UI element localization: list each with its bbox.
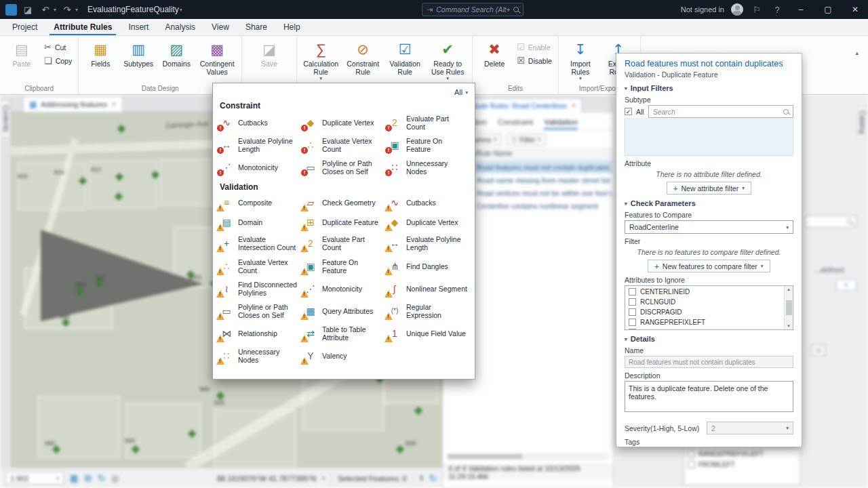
gallery-item-evaluate-part-count[interactable]: 2 Evaluate Part Count (388, 115, 468, 131)
redo-icon[interactable]: ↷ (60, 3, 74, 16)
save-project-icon[interactable]: ◪ (21, 3, 35, 16)
tab-constraint[interactable]: Constraint (498, 118, 533, 129)
field-checkbox[interactable] (629, 298, 636, 306)
gallery-item-cutbacks[interactable]: ∿ Cutbacks (220, 115, 300, 131)
selected-features-count[interactable]: Selected Features: 0 (338, 474, 407, 483)
gallery-item-check-geometry[interactable]: ▱ Check Geometry (304, 196, 384, 209)
tab-insert[interactable]: Insert (120, 19, 157, 35)
subtype-list-area[interactable] (625, 118, 793, 156)
scroll-up-icon[interactable]: ▴ (787, 287, 790, 292)
maximize-button[interactable]: ▢ (818, 0, 838, 19)
gallery-item-monotonicity[interactable]: ⋰ Monotonicity (220, 159, 300, 176)
disable-button[interactable]: ☒ Disable (514, 55, 555, 66)
project-name-menu[interactable]: EvaluatingFeatureQuality ▾ (87, 5, 182, 14)
gallery-item-evaluate-part-count-validation[interactable]: 2 Evaluate Part Count (304, 235, 384, 251)
redo-chevron-icon[interactable]: ▾ (75, 7, 78, 13)
gallery-item-evaluate-polyline-length[interactable]: ↔ Evaluate Polyline Length (220, 137, 300, 153)
collapse-ribbon-icon[interactable]: ▴ (855, 49, 859, 56)
gallery-item-nonlinear-segment[interactable]: ∫ Nonlinear Segment (388, 281, 468, 297)
delete-rule-button[interactable]: ✖ Delete (476, 37, 513, 68)
new-attribute-filter-button[interactable]: + New attribute filter ▾ (667, 182, 751, 195)
close-button[interactable]: ✕ (845, 0, 865, 19)
gallery-item-feature-on-feature-validation[interactable]: ▣ Feature On Feature (304, 258, 384, 274)
ignore-field-row[interactable]: CENTERLINEID (625, 287, 784, 297)
horizontal-scrollbar[interactable] (447, 453, 608, 460)
subtype-search-input[interactable] (653, 108, 780, 116)
undo-chevron-icon[interactable]: ▾ (54, 7, 56, 13)
gallery-item-duplicate-feature[interactable]: ⊞ Duplicate Feature (304, 216, 384, 229)
gallery-item-duplicate-vertex[interactable]: ◆ Duplicate Vertex (304, 115, 384, 131)
gallery-item-polyline-closes-on-self-validation[interactable]: ▭ Polyline or Path Closes on Self (220, 303, 300, 319)
new-features-filter-button[interactable]: + New features to compare filter ▾ (648, 260, 770, 272)
section-input-filters[interactable]: ▾ Input Filters (625, 84, 793, 92)
refresh-map-icon[interactable]: ↻ (429, 473, 437, 483)
gallery-item-unnecessary-nodes[interactable]: ∷ Unnecessary Nodes (388, 159, 468, 176)
grid-tool-icon[interactable]: ⊞ (84, 473, 92, 483)
background-search-box[interactable] (805, 216, 856, 228)
scroll-down-icon[interactable]: ▾ (787, 323, 790, 329)
minimize-button[interactable]: – (791, 0, 811, 19)
features-to-compare-select[interactable]: RoadCenterline ▾ (625, 220, 793, 234)
gallery-item-evaluate-polyline-length-validation[interactable]: ↔ Evaluate Polyline Length (388, 235, 468, 251)
gallery-item-composite[interactable]: ≡ Composite (220, 196, 300, 209)
undo-icon[interactable]: ↶ (39, 3, 52, 16)
gallery-item-find-dangles[interactable]: ⋔ Find Dangles (388, 258, 468, 274)
gallery-item-relationship[interactable]: ⋈ Relationship (220, 325, 300, 342)
validation-rule-button[interactable]: ☑ Validation Rule (384, 37, 425, 76)
command-search[interactable]: ⇥ (422, 3, 524, 16)
tab-help[interactable]: Help (275, 19, 309, 35)
enable-button[interactable]: ☑ Enable (514, 41, 555, 53)
map-view-tab[interactable]: ▦ Addressing features ✕ (23, 96, 123, 112)
ignore-field-row[interactable]: DISCRPAGID (625, 307, 784, 317)
constraint-rule-button[interactable]: ⊘ Constraint Rule (342, 37, 383, 76)
catalog-pane-tab[interactable]: Catalog (857, 106, 867, 138)
background-dropdown[interactable]: ▾ (836, 279, 856, 291)
close-icon[interactable]: ✕ (571, 102, 576, 109)
gallery-item-query-attributes[interactable]: ▦ Query Attributes (304, 303, 384, 319)
subtypes-button[interactable]: ▥ Subtypes (120, 37, 157, 68)
gallery-item-valency[interactable]: Y Valency (304, 348, 384, 364)
section-details[interactable]: ▾ Details (625, 335, 793, 343)
chevron-down-icon[interactable]: ▾ (322, 475, 325, 481)
gallery-item-polyline-closes-on-self[interactable]: ▭ Polyline or Path Closes on Self (304, 159, 384, 176)
command-search-input[interactable] (436, 5, 510, 14)
gallery-filter-dropdown[interactable]: All ▾ (220, 87, 468, 98)
field-checkbox[interactable] (629, 319, 636, 326)
gallery-item-regular-expression[interactable]: (*) Regular Expression (388, 303, 468, 319)
gallery-item-cutbacks-validation[interactable]: ∿ Cutbacks (388, 196, 468, 209)
tab-analysis[interactable]: Analysis (157, 19, 203, 35)
column-rule-name[interactable]: Rule Name (477, 149, 613, 161)
domains-button[interactable]: ▨ Domains (158, 37, 195, 68)
save-rules-button[interactable]: ◪ Save (251, 37, 288, 68)
gallery-item-domain[interactable]: ▤ Domain (220, 216, 300, 229)
map-scale-select[interactable]: 1:902 ▾ (5, 472, 64, 485)
gallery-item-evaluate-vertex-count-validation[interactable]: ∴ Evaluate Vertex Count (220, 258, 300, 274)
sign-in-status[interactable]: Not signed in (681, 5, 724, 14)
gallery-item-table-to-table-attribute[interactable]: ⇄ Table to Table Attribute (304, 325, 384, 342)
field-checkbox[interactable] (688, 450, 695, 458)
subtype-search[interactable] (648, 105, 793, 118)
gallery-item-evaluate-intersection-count[interactable]: + Evaluate Intersection Count (220, 235, 300, 251)
calculation-rule-button[interactable]: ∑ Calculation Rule ▾ (300, 37, 341, 82)
background-severity-dropdown[interactable]: ▾ (811, 344, 826, 357)
gallery-item-unnecessary-nodes-validation[interactable]: ∷ Unnecessary Nodes (220, 348, 300, 364)
section-check-parameters[interactable]: ▾ Check Parameters (625, 199, 793, 207)
field-row[interactable]: FROMLEFT (684, 459, 800, 470)
contingent-values-button[interactable]: ▩ Contingent Values (196, 37, 238, 76)
description-field[interactable]: This is a duplicate feature. Delete one … (625, 381, 793, 412)
pause-drawing-icon[interactable]: Ⅱ (420, 474, 423, 483)
map-coordinates[interactable]: 88.1619076°W 41.7877395°N (217, 474, 316, 483)
help-icon[interactable]: ? (770, 3, 784, 16)
account-avatar[interactable] (731, 3, 743, 16)
gallery-item-duplicate-vertex-validation[interactable]: ◆ Duplicate Vertex (388, 216, 468, 229)
close-icon[interactable]: ✕ (111, 101, 117, 108)
tab-project[interactable]: Project (4, 19, 45, 35)
filter-button[interactable]: ▽ Filter ▾ (506, 134, 546, 146)
field-checkbox[interactable] (629, 308, 636, 316)
ignore-field-row[interactable]: FROMLEFT (625, 327, 784, 330)
tab-view[interactable]: View (203, 19, 237, 35)
snap-tool-icon[interactable]: ◎ (111, 473, 119, 483)
gallery-item-evaluate-vertex-count[interactable]: ∴ Evaluate Vertex Count (304, 137, 384, 153)
ignore-field-row[interactable]: RANGEPREFIXLEFT (625, 317, 784, 327)
contents-pane-tab[interactable]: Contents (1, 100, 10, 137)
